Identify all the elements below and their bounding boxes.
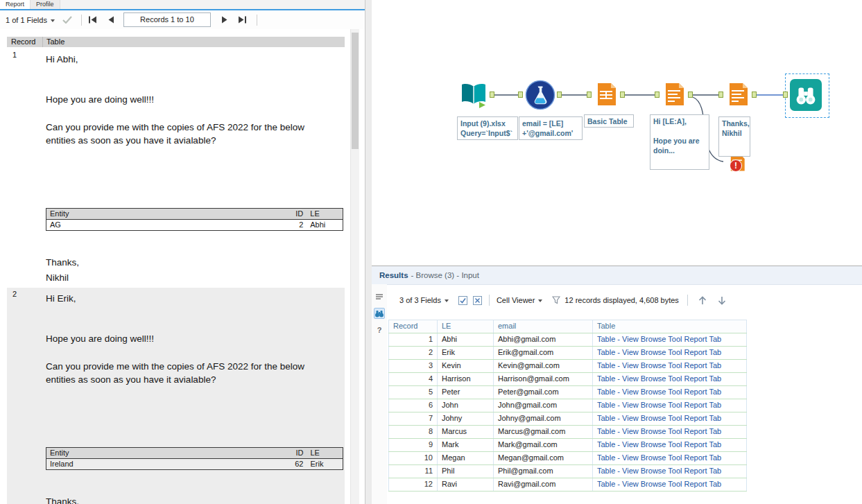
scrollbar-thumb[interactable] xyxy=(352,33,359,149)
annotation-input[interactable]: Input (9).xlsx Query=`Input$` xyxy=(457,116,518,140)
report-scrollbar[interactable] xyxy=(350,29,359,504)
workflow-canvas[interactable]: ! Input (9).xlsx Query=`Input$` email = … xyxy=(372,0,862,266)
cell-le: Mark xyxy=(438,439,494,451)
filter-icon[interactable] xyxy=(552,296,560,304)
cell-table-link[interactable]: Table - View Browse Tool Report Tab xyxy=(593,373,747,385)
binoculars-icon[interactable] xyxy=(374,308,385,319)
report-column-table[interactable]: Table xyxy=(43,37,64,47)
column-header-table[interactable]: Table xyxy=(593,320,747,333)
cell-table-link[interactable]: Table - View Browse Tool Report Tab xyxy=(593,452,747,464)
tab-profile[interactable]: Profile xyxy=(31,0,60,9)
cell-le: Phil xyxy=(438,465,494,478)
cell-table-link[interactable]: Table - View Browse Tool Report Tab xyxy=(593,478,747,491)
cell-email: Megan@gmail.com xyxy=(494,452,593,464)
dropdown-caret-icon xyxy=(445,299,449,302)
cell-table-link[interactable]: Table - View Browse Tool Report Tab xyxy=(593,360,747,372)
table-row: 10 Megan Megan@gmail.com Table - View Br… xyxy=(388,452,747,465)
deselect-all-icon[interactable] xyxy=(473,296,482,305)
le-value: Erik xyxy=(307,459,343,470)
email-greeting: Hi Erik, xyxy=(46,292,323,305)
next-record-icon[interactable] xyxy=(218,14,232,26)
column-header-le[interactable]: LE xyxy=(438,320,494,333)
help-icon[interactable]: ? xyxy=(374,324,385,336)
tab-report[interactable]: Report xyxy=(0,0,31,9)
id-value: 62 xyxy=(285,459,307,470)
entity-table: Entity ID LE AG 2 Abhi xyxy=(46,208,343,231)
cell-email: John@gmail.com xyxy=(494,399,593,412)
cell-record: 7 xyxy=(388,412,438,425)
annotation-line: +'@gmail.com' xyxy=(522,128,579,138)
cell-record: 9 xyxy=(388,439,438,451)
cell-table-link[interactable]: Table - View Browse Tool Report Tab xyxy=(593,412,747,425)
cell-record: 8 xyxy=(388,426,438,438)
record-number: 2 xyxy=(12,290,17,298)
tool-browse[interactable] xyxy=(790,79,822,114)
cell-table-link[interactable]: Table - View Browse Tool Report Tab xyxy=(593,426,747,438)
cell-table-link[interactable]: Table - View Browse Tool Report Tab xyxy=(593,399,747,412)
scroll-down-icon[interactable] xyxy=(717,295,727,306)
input-anchor xyxy=(783,92,788,98)
report-pane: Report Profile 1 of 1 Fields Records 1 t… xyxy=(0,0,365,504)
cell-table-link[interactable]: Table - View Browse Tool Report Tab xyxy=(593,465,747,478)
cell-record: 11 xyxy=(388,465,438,478)
toolbar-separator xyxy=(81,15,82,26)
cell-viewer-label: Cell Viewer xyxy=(497,296,535,304)
tool-input-data[interactable] xyxy=(459,80,488,112)
fields-dropdown[interactable]: 1 of 1 Fields xyxy=(6,16,55,24)
email-closing: Thanks, xyxy=(46,495,323,504)
report-grid-header: Record Table xyxy=(7,37,345,47)
output-anchor xyxy=(490,92,494,98)
tool-report-text-2[interactable] xyxy=(725,82,750,110)
cell-email: Peter@gmail.com xyxy=(494,386,593,399)
list-icon[interactable] xyxy=(374,291,385,302)
tool-formula[interactable] xyxy=(525,80,555,113)
report-column-record[interactable]: Record xyxy=(7,37,43,47)
last-record-icon[interactable] xyxy=(236,14,250,26)
toolbar-separator xyxy=(687,295,688,306)
toolbar-separator xyxy=(257,15,257,26)
annotation-line: Basic Table xyxy=(587,116,630,126)
annotation-basic-table[interactable]: Basic Table xyxy=(584,114,634,128)
table-row: 3 Kevin Kevin@gmail.com Table - View Bro… xyxy=(388,360,747,373)
report-record-1: 1 Hi Abhi, Hope you are doing well!!! Ca… xyxy=(7,49,345,288)
annotation-formula[interactable]: email = [LE] +'@gmail.com' xyxy=(519,116,583,140)
id-value: 2 xyxy=(285,220,307,231)
fields-dropdown[interactable]: 3 of 3 Fields xyxy=(399,296,449,304)
cell-table-link[interactable]: Table - View Browse Tool Report Tab xyxy=(593,333,747,346)
cell-record: 5 xyxy=(388,386,438,399)
tool-basic-table[interactable] xyxy=(594,82,619,110)
cell-table-link[interactable]: Table - View Browse Tool Report Tab xyxy=(593,347,747,359)
column-header-record[interactable]: Record xyxy=(388,320,438,333)
column-header-email[interactable]: email xyxy=(494,320,593,333)
cell-le: Peter xyxy=(438,386,494,399)
cell-email: Phil@gmail.com xyxy=(494,465,593,478)
dropdown-caret-icon xyxy=(51,19,55,22)
results-header: Results- Browse (3) - Input xyxy=(372,266,862,285)
cell-record: 2 xyxy=(388,347,438,359)
pane-splitter[interactable] xyxy=(365,0,372,504)
entity-value: Ireland xyxy=(46,459,286,470)
cell-le: Marcus xyxy=(438,426,494,438)
fields-dropdown-label: 1 of 1 Fields xyxy=(6,16,47,24)
prev-record-icon[interactable] xyxy=(104,14,118,26)
cell-le: Erik xyxy=(438,347,494,359)
cell-table-link[interactable]: Table - View Browse Tool Report Tab xyxy=(593,439,747,451)
annotation-text-1[interactable]: Hi [LE:A], Hope you are doin... xyxy=(650,114,709,170)
scroll-up-icon[interactable] xyxy=(698,295,707,306)
results-grid: Record LE email Table 1 Abhi Abhi@gmail.… xyxy=(388,320,747,492)
cell-email: Harrison@gmail.com xyxy=(494,373,593,385)
error-icon[interactable]: ! xyxy=(730,159,742,172)
le-value: Abhi xyxy=(307,220,343,231)
annotation-text-2[interactable]: Thanks, Nikhil xyxy=(718,116,750,157)
check-icon[interactable] xyxy=(60,14,74,26)
table-row: 2 Erik Erik@gmail.com Table - View Brows… xyxy=(388,347,747,360)
browse-binoculars-icon xyxy=(790,79,822,111)
tool-report-text-1[interactable] xyxy=(662,82,687,110)
le-header: LE xyxy=(307,448,343,459)
cell-table-link[interactable]: Table - View Browse Tool Report Tab xyxy=(593,386,747,399)
cell-viewer-dropdown[interactable]: Cell Viewer xyxy=(497,296,542,304)
cell-le: Ravi xyxy=(438,478,494,491)
cell-le: Johny xyxy=(438,412,494,425)
select-all-icon[interactable] xyxy=(458,296,467,305)
first-record-icon[interactable] xyxy=(86,14,100,26)
